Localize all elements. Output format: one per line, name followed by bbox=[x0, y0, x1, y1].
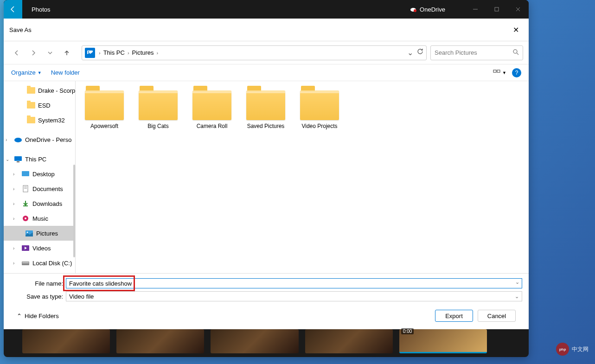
folder-item[interactable]: Video Projects bbox=[298, 89, 341, 132]
dialog-close-button[interactable]: ✕ bbox=[508, 22, 523, 37]
tree-item-system32[interactable]: System32 bbox=[4, 113, 75, 128]
svg-rect-12 bbox=[17, 161, 19, 162]
navigation-row: › This PC › Pictures › ⌄ bbox=[4, 41, 529, 64]
tree-item-documents[interactable]: ›Documents bbox=[4, 181, 75, 196]
folder-item[interactable]: Saved Pictures bbox=[244, 89, 287, 132]
tree-item-downloads[interactable]: ›Downloads bbox=[4, 196, 75, 211]
chevron-up-icon: ⌃ bbox=[17, 313, 22, 319]
export-button[interactable]: Export bbox=[435, 310, 473, 322]
chevron-right-icon: › bbox=[98, 50, 102, 56]
onedrive-icon bbox=[14, 136, 22, 143]
search-input[interactable] bbox=[435, 49, 512, 56]
new-folder-button[interactable]: New folder bbox=[51, 69, 80, 76]
chevron-down-icon[interactable]: ⌄ bbox=[6, 157, 11, 162]
svg-point-18 bbox=[25, 217, 26, 219]
svg-rect-9 bbox=[497, 70, 500, 72]
save-as-dialog: Save As ✕ › This PC › Pictures › ⌄ bbox=[4, 19, 529, 329]
minimize-button[interactable] bbox=[465, 0, 486, 19]
folder-item[interactable]: Camera Roll bbox=[191, 89, 233, 132]
search-icon[interactable] bbox=[512, 49, 519, 57]
close-button[interactable] bbox=[507, 0, 529, 19]
nav-arrows bbox=[9, 45, 74, 60]
folder-icon bbox=[300, 90, 339, 120]
breadcrumb-bar[interactable]: › This PC › Pictures › ⌄ bbox=[82, 45, 427, 60]
chevron-right-icon[interactable]: › bbox=[6, 137, 11, 142]
breadcrumb-this-pc[interactable]: This PC bbox=[102, 49, 127, 56]
chevron-down-icon[interactable]: ⌄ bbox=[407, 48, 413, 57]
navigation-tree: Drake - Scorpio ESD System32 ›OneDrive -… bbox=[4, 81, 76, 273]
chevron-right-icon[interactable]: › bbox=[13, 246, 19, 251]
refresh-icon[interactable] bbox=[417, 48, 423, 57]
breadcrumb-pictures[interactable]: Pictures bbox=[130, 49, 156, 56]
chevron-down-icon[interactable]: ⌄ bbox=[515, 279, 519, 285]
folder-icon bbox=[27, 117, 35, 123]
filename-input[interactable] bbox=[66, 278, 522, 288]
pictures-icon bbox=[25, 230, 33, 236]
back-button[interactable] bbox=[4, 0, 22, 19]
dialog-footer: File name: ⌄ Save as type: Video file⌄ ⌃… bbox=[4, 273, 529, 329]
nav-up-button[interactable] bbox=[59, 45, 74, 60]
folder-icon bbox=[27, 87, 35, 94]
chevron-right-icon[interactable]: › bbox=[13, 172, 19, 177]
chevron-right-icon: › bbox=[156, 50, 160, 56]
chevron-right-icon[interactable]: › bbox=[13, 201, 19, 206]
chevron-right-icon[interactable]: › bbox=[13, 216, 19, 221]
svg-rect-23 bbox=[22, 262, 29, 263]
chevron-right-icon[interactable]: › bbox=[13, 186, 19, 192]
video-thumbnail[interactable] bbox=[22, 329, 110, 353]
toolbar: Organize ▼ New folder ▼ ? bbox=[4, 64, 529, 81]
tree-item-drake[interactable]: Drake - Scorpio bbox=[4, 83, 75, 98]
button-row: ⌃Hide Folders Export Cancel bbox=[10, 304, 522, 325]
tree-item-local-disk[interactable]: ›Local Disk (C:) bbox=[4, 255, 75, 270]
tree-item-pictures[interactable]: Pictures bbox=[4, 226, 75, 241]
svg-rect-8 bbox=[493, 70, 496, 72]
hide-folders-button[interactable]: ⌃Hide Folders bbox=[17, 313, 59, 319]
onedrive-status[interactable]: OneDrive bbox=[409, 6, 445, 13]
help-button[interactable]: ? bbox=[512, 68, 521, 77]
video-thumbnail-active[interactable] bbox=[399, 329, 487, 353]
watermark-text: 中文网 bbox=[572, 345, 589, 353]
folder-item[interactable]: Apowersoft bbox=[83, 89, 126, 132]
filetype-select[interactable]: Video file⌄ bbox=[66, 291, 522, 301]
close-icon: ✕ bbox=[513, 26, 519, 34]
video-thumbnail-strip bbox=[22, 329, 487, 353]
svg-rect-14 bbox=[23, 185, 28, 192]
organize-button[interactable]: Organize ▼ bbox=[11, 69, 42, 76]
video-thumbnail[interactable] bbox=[211, 329, 298, 353]
tree-item-music[interactable]: ›Music bbox=[4, 211, 75, 226]
folder-icon bbox=[85, 90, 124, 120]
svg-point-1 bbox=[414, 9, 416, 12]
filetype-row: Save as type: Video file⌄ bbox=[10, 291, 522, 301]
music-icon bbox=[21, 215, 30, 222]
svg-rect-3 bbox=[495, 7, 499, 11]
downloads-icon bbox=[21, 200, 30, 207]
cancel-button[interactable]: Cancel bbox=[478, 310, 516, 322]
cloud-icon bbox=[409, 6, 417, 13]
nav-recent-button[interactable] bbox=[43, 45, 58, 60]
video-thumbnail[interactable] bbox=[305, 329, 393, 353]
titlebar: Photos OneDrive bbox=[4, 0, 529, 19]
videos-icon bbox=[21, 245, 30, 251]
desktop-icon bbox=[21, 171, 30, 177]
tree-item-onedrive[interactable]: ›OneDrive - Perso bbox=[4, 132, 75, 147]
tree-item-videos[interactable]: ›Videos bbox=[4, 241, 75, 255]
tree-item-esd[interactable]: ESD bbox=[4, 98, 75, 113]
chevron-right-icon[interactable]: › bbox=[13, 261, 19, 266]
documents-icon bbox=[21, 185, 30, 192]
view-mode-button[interactable]: ▼ bbox=[493, 70, 506, 76]
folder-content[interactable]: Apowersoft Big Cats Camera Roll Saved Pi… bbox=[76, 81, 529, 273]
maximize-button[interactable] bbox=[486, 0, 507, 19]
tree-item-dvd[interactable]: ›DVD Drive (D:) I bbox=[4, 270, 75, 273]
nav-forward-button[interactable] bbox=[26, 45, 41, 60]
tree-item-this-pc[interactable]: ⌄This PC bbox=[4, 152, 75, 166]
filetype-label: Save as type: bbox=[10, 293, 66, 300]
photos-app-window: Photos OneDrive Save As ✕ bbox=[4, 0, 529, 357]
nav-back-button[interactable] bbox=[9, 45, 24, 60]
svg-rect-11 bbox=[14, 156, 22, 161]
svg-rect-13 bbox=[22, 171, 29, 176]
search-box[interactable] bbox=[430, 45, 523, 60]
window-controls bbox=[465, 0, 529, 19]
folder-item[interactable]: Big Cats bbox=[137, 89, 179, 132]
tree-item-desktop[interactable]: ›Desktop bbox=[4, 166, 75, 181]
video-thumbnail[interactable] bbox=[116, 329, 204, 353]
